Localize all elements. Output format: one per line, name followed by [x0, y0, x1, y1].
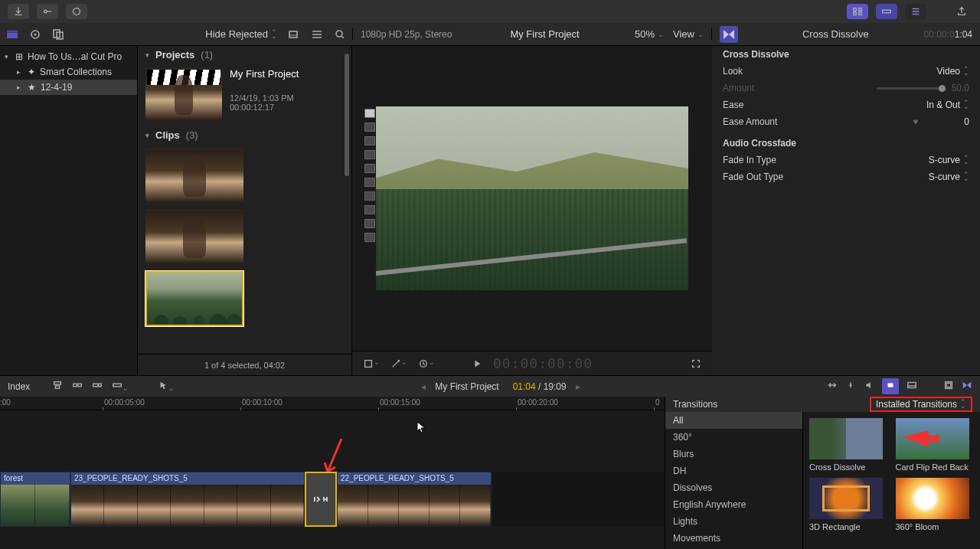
transition-inspector-icon[interactable]: [720, 26, 738, 43]
keyword-button[interactable]: [37, 4, 58, 19]
select-tool-icon[interactable]: ⌄: [158, 380, 175, 393]
sidebar-item-event[interactable]: ▸ ★ 12-4-19: [0, 80, 137, 95]
clip-thumbnail[interactable]: [145, 210, 243, 265]
project-item[interactable]: My First Project 12/4/19, 1:03 PM 00:00:…: [138, 64, 351, 126]
timeline-clip[interactable]: 22_PEOPLE_READY_SHOTS_5: [337, 472, 492, 527]
inspector-title: Cross Dissolve: [747, 28, 924, 40]
inspector-easeamount-row[interactable]: Ease Amount♥0: [712, 113, 980, 130]
solo-icon[interactable]: [864, 380, 874, 393]
bg-tasks-button[interactable]: [66, 4, 87, 19]
timeline-toolbar: Index ⌄ ⌄ ◂ My First Project 01:04 / 19:…: [0, 375, 980, 397]
clip-label: 22_PEOPLE_READY_SHOTS_5: [341, 474, 454, 482]
svg-point-13: [336, 31, 342, 37]
clip-thumbnail[interactable]: [145, 149, 243, 204]
clip-label: 23_PEOPLE_READY_SHOTS_5: [74, 474, 188, 482]
transition-category[interactable]: DH: [665, 462, 802, 479]
transition-item[interactable]: Cross Dissolve: [809, 418, 888, 472]
inspector-fadein-row[interactable]: Fade In TypeS-curve⌃⌄: [712, 152, 980, 168]
transition-category[interactable]: 360°: [665, 429, 802, 446]
append-clip-icon[interactable]: [92, 380, 103, 393]
transition-category[interactable]: Lights: [665, 513, 802, 530]
library-icon[interactable]: [6, 28, 18, 41]
installed-transitions-menu[interactable]: Installed Transitions⌃⌄: [870, 397, 972, 412]
svg-rect-17: [54, 382, 61, 385]
inspector-look-row[interactable]: LookVideo⌃⌄: [712, 63, 980, 80]
clips-section-header[interactable]: ▾ Clips (3): [138, 126, 351, 144]
ruler-tick: :00: [0, 398, 11, 407]
index-button[interactable]: Index: [8, 381, 43, 392]
sidebar-item-library[interactable]: ▾ ⊞ How To Us…al Cut Pro: [0, 49, 137, 64]
transition-category[interactable]: Movements: [665, 530, 802, 547]
share-button[interactable]: [951, 4, 972, 19]
connect-clip-icon[interactable]: [52, 380, 63, 393]
search-icon[interactable]: [334, 28, 346, 41]
event-star-icon: ★: [28, 82, 36, 93]
clip-thumbnail-selected[interactable]: [145, 271, 243, 326]
transitions-browser-icon[interactable]: [962, 380, 972, 393]
skimming-icon[interactable]: [827, 380, 838, 393]
retime-tool-icon[interactable]: ⌄: [418, 358, 435, 369]
svg-rect-19: [74, 384, 77, 387]
effects-browser-icon[interactable]: [943, 380, 954, 393]
overwrite-clip-icon[interactable]: ⌄: [112, 380, 129, 393]
fullscreen-icon[interactable]: [691, 358, 701, 369]
transition-item[interactable]: Card Flip Red Back: [896, 418, 975, 472]
zoom-menu[interactable]: 50%⌄: [635, 28, 664, 40]
transition-item[interactable]: 3D Rectangle: [809, 478, 888, 531]
project-date: 12/4/19, 1:03 PM: [230, 93, 299, 103]
inspector-fadeout-row[interactable]: Fade Out TypeS-curve⌃⌄: [712, 168, 980, 185]
sidebar-item-smart[interactable]: ▸ ✦ Smart Collections: [0, 64, 137, 80]
prev-edit-icon[interactable]: ◂: [421, 381, 426, 392]
filter-menu[interactable]: Hide Rejected⌃⌄: [205, 28, 277, 40]
timeline-ruler[interactable]: :0000:00:05:0000:00:10:0000:00:15:0000:0…: [0, 397, 665, 410]
import-button[interactable]: [8, 4, 29, 19]
enhance-tool-icon[interactable]: ⌄: [390, 358, 407, 369]
timeline-toggle[interactable]: [876, 4, 897, 19]
transition-category[interactable]: Blurs: [665, 446, 802, 462]
timeline-transition[interactable]: [305, 472, 337, 527]
bottom-area: :0000:00:05:0000:00:10:0000:00:15:0000:0…: [0, 397, 980, 549]
projects-section-header[interactable]: ▾ Projects (1): [138, 46, 351, 64]
browser-scrollbar[interactable]: [345, 54, 349, 176]
library-toolbar: Hide Rejected⌃⌄ 1080p HD 25p, Stereo My …: [0, 23, 980, 46]
titles-icon[interactable]: [52, 28, 64, 41]
star-icon: ✦: [28, 67, 35, 77]
transition-thumbnail: [896, 478, 969, 519]
timeline-panel[interactable]: :0000:00:05:0000:00:10:0000:00:15:0000:0…: [0, 397, 665, 549]
svg-rect-24: [888, 383, 893, 387]
transform-tool-icon[interactable]: ⌄: [363, 358, 380, 369]
transition-name: Cross Dissolve: [809, 462, 888, 472]
play-button[interactable]: [472, 358, 482, 369]
clip-appearance-icon[interactable]: [288, 28, 300, 41]
svg-rect-4: [854, 12, 857, 15]
transition-category[interactable]: Dissolves: [665, 479, 802, 496]
insert-clip-icon[interactable]: [72, 380, 83, 393]
svg-rect-12: [289, 31, 297, 38]
view-menu[interactable]: View⌄: [673, 28, 704, 40]
transition-category[interactable]: All: [665, 412, 802, 429]
next-edit-icon[interactable]: ▸: [576, 381, 580, 392]
inspector-ease-row[interactable]: EaseIn & Out⌃⌄: [712, 96, 980, 113]
list-view-icon[interactable]: [311, 28, 323, 41]
timeline-clip[interactable]: 23_PEOPLE_READY_SHOTS_5: [70, 472, 305, 527]
ruler-tick: 0: [655, 398, 660, 407]
photos-icon[interactable]: [29, 28, 41, 41]
viewer-canvas[interactable]: [376, 106, 688, 290]
transition-category[interactable]: English Anywhere: [665, 496, 802, 513]
inspector-toggle[interactable]: [905, 4, 926, 19]
svg-rect-2: [854, 8, 857, 11]
timeline-clip[interactable]: forest: [0, 472, 70, 527]
svg-point-0: [44, 10, 47, 13]
svg-rect-5: [859, 12, 862, 15]
transition-grid: Cross DissolveCard Flip Red Back3D Recta…: [803, 412, 980, 549]
audio-skim-icon[interactable]: [845, 380, 856, 393]
library-grid-icon: ⊞: [15, 51, 23, 62]
primary-storyline[interactable]: forest23_PEOPLE_READY_SHOTS_522_PEOPLE_R…: [0, 472, 665, 527]
inspector-panel: Cross Dissolve LookVideo⌃⌄ Amount50.0 Ea…: [712, 46, 980, 375]
transition-item[interactable]: 360° Bloom: [896, 478, 975, 531]
snapping-icon[interactable]: [882, 378, 899, 394]
amount-slider: [877, 87, 946, 90]
clipview-icon[interactable]: [906, 380, 917, 393]
browser-toggle[interactable]: [847, 4, 868, 19]
transition-categories: All360°BlursDHDissolvesEnglish AnywhereL…: [665, 412, 803, 549]
